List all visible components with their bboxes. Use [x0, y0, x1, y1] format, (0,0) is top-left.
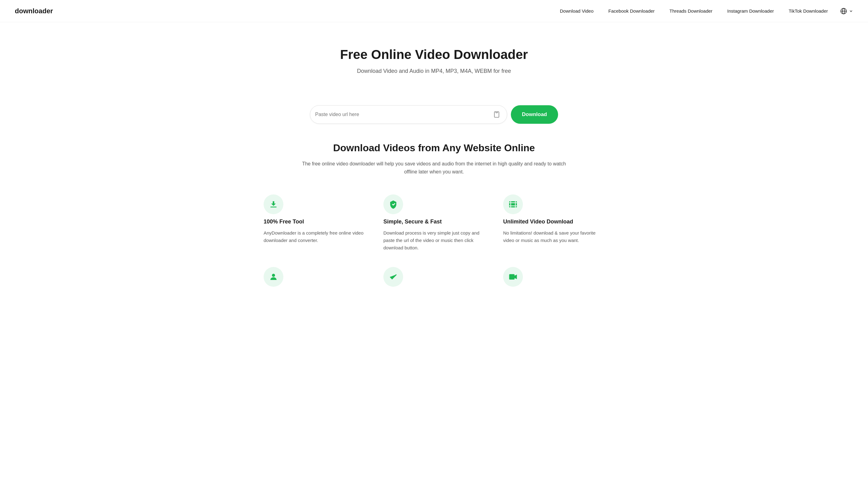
nav-item-download-video[interactable]: Download Video	[560, 8, 594, 14]
svg-rect-11	[509, 274, 515, 280]
feature-video-partial	[503, 267, 604, 287]
nav-link-download-video[interactable]: Download Video	[560, 8, 594, 14]
globe-icon	[840, 8, 847, 14]
hero-subtitle: Download Video and Audio in MP4, MP3, M4…	[310, 68, 558, 75]
svg-point-10	[272, 274, 275, 277]
svg-rect-8	[510, 201, 511, 207]
nav-item-instagram[interactable]: Instagram Downloader	[727, 8, 774, 14]
feature-unlimited-desc: No limitations! download & save your fav…	[503, 229, 604, 244]
svg-marker-12	[515, 274, 517, 279]
language-selector[interactable]	[840, 8, 853, 14]
nav-item-threads[interactable]: Threads Downloader	[670, 8, 712, 14]
feature-check-partial	[384, 267, 484, 287]
hero-section: Free Online Video Downloader Download Vi…	[295, 22, 573, 105]
video-camera-icon	[509, 272, 518, 282]
feature-user-partial	[264, 267, 365, 287]
brand-logo[interactable]: downloader	[15, 7, 53, 15]
nav-link-facebook[interactable]: Facebook Downloader	[608, 8, 655, 14]
features-description: The free online video downloader will he…	[295, 160, 573, 175]
feature-free-tool-title: 100% Free Tool	[264, 218, 365, 225]
user-icon	[269, 272, 278, 282]
shield-icon	[389, 200, 398, 209]
nav-link-tiktok[interactable]: TikTok Downloader	[789, 8, 828, 14]
clipboard-icon	[493, 111, 500, 118]
nav-link-instagram[interactable]: Instagram Downloader	[727, 8, 774, 14]
download-icon	[269, 200, 278, 209]
features-title: Download Videos from Any Website Online	[264, 142, 604, 154]
search-wrapper	[310, 105, 507, 124]
free-tool-icon-wrap	[264, 194, 283, 214]
chevron-down-icon	[849, 9, 853, 13]
features-bottom-row	[264, 267, 604, 299]
user-icon-wrap	[264, 267, 283, 287]
feature-unlimited: Unlimited Video Download No limitations!…	[503, 194, 604, 251]
nav-link-threads[interactable]: Threads Downloader	[670, 8, 712, 14]
nav-item-facebook[interactable]: Facebook Downloader	[608, 8, 655, 14]
search-container: Download	[295, 105, 573, 124]
feature-simple-secure: Simple, Secure & Fast Download process i…	[384, 194, 484, 251]
feature-simple-secure-desc: Download process is very simple just cop…	[384, 229, 484, 251]
svg-rect-3	[496, 112, 498, 113]
clipboard-button[interactable]	[491, 109, 502, 120]
video-icon-wrap	[503, 267, 523, 287]
check-icon	[389, 272, 398, 282]
feature-unlimited-title: Unlimited Video Download	[503, 218, 604, 225]
simple-secure-icon-wrap	[384, 194, 403, 214]
feature-free-tool: 100% Free Tool AnyDownloader is a comple…	[264, 194, 365, 251]
features-grid: 100% Free Tool AnyDownloader is a comple…	[264, 194, 604, 251]
nav-item-tiktok[interactable]: TikTok Downloader	[789, 8, 828, 14]
unlimited-icon-wrap	[503, 194, 523, 214]
svg-rect-4	[271, 206, 277, 207]
nav-links: Download Video Facebook Downloader Threa…	[560, 8, 828, 14]
navbar: downloader Download Video Facebook Downl…	[0, 0, 868, 22]
url-input[interactable]	[315, 112, 491, 117]
hero-title: Free Online Video Downloader	[310, 47, 558, 62]
feature-free-tool-desc: AnyDownloader is a completely free onlin…	[264, 229, 365, 244]
feature-simple-secure-title: Simple, Secure & Fast	[384, 218, 484, 225]
check-icon-wrap	[384, 267, 403, 287]
features-section: Download Videos from Any Website Online …	[249, 142, 619, 299]
download-button[interactable]: Download	[511, 105, 558, 124]
film-icon	[509, 200, 518, 209]
svg-rect-9	[515, 201, 516, 207]
